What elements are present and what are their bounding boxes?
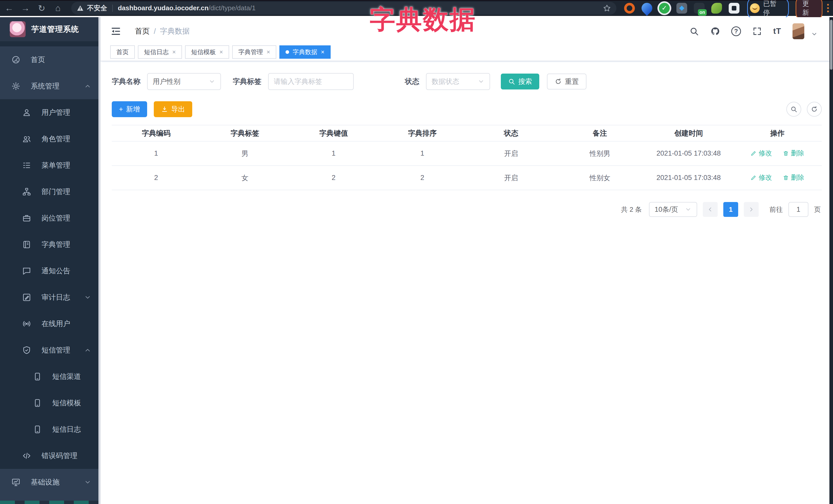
close-icon[interactable]: × [321,48,325,56]
sidebar-bottom-scroll-strip[interactable] [0,501,98,504]
goto-page-input[interactable] [788,202,808,217]
sidebar-item-label: 首页 [31,55,45,65]
status-select[interactable]: 数据状态 [426,73,490,90]
sidebar-item-online-users[interactable]: 在线用户 [0,310,100,337]
hamburger-icon[interactable] [110,26,121,37]
sidebar-logo-row[interactable]: 芋道管理系统 [0,17,100,41]
url-host: dashboard.yudao.iocoder.cn [118,4,209,12]
prev-page-button[interactable] [703,202,718,217]
font-size-icon[interactable]: tT [773,27,781,36]
sidebar-item-error-code-management[interactable]: 错误码管理 [0,442,100,469]
sidebar-item-dict-management[interactable]: 字典管理 [0,231,100,258]
tab-sms-log[interactable]: 短信日志 × [138,45,182,59]
delete-label: 删除 [791,149,804,158]
sidebar-scrollbar[interactable] [98,17,100,504]
sidebar-item-infrastructure[interactable]: 基础设施 [0,469,100,495]
add-button[interactable]: + 新增 [112,101,147,117]
sidebar-item-label: 岗位管理 [42,213,70,223]
user-avatar[interactable] [792,23,804,39]
tab-dict-data[interactable]: 字典数据 × [279,45,331,59]
page-scrollbar-thumb[interactable] [830,20,832,70]
page-scrollbar[interactable] [829,17,833,504]
cell-remark: 性别女 [555,166,644,190]
chevron-down-icon [84,479,91,486]
close-icon[interactable]: × [172,48,176,56]
cell-created: 2021-01-05 17:03:48 [644,141,733,166]
browser-profile-chip[interactable]: 已暂停 [747,0,789,20]
extension-on-badge-icon[interactable]: on [694,3,705,14]
browser-reload-button[interactable]: ↻ [34,1,49,16]
sidebar-item-sms-management[interactable]: 短信管理 [0,337,100,363]
close-icon[interactable]: × [266,48,270,56]
edit-label: 修改 [759,149,772,158]
fullscreen-icon[interactable] [752,26,762,36]
url-path: /dict/type/data/1 [209,4,256,12]
sidebar-item-home[interactable]: 首页 [0,46,100,73]
sidebar-item-system-management[interactable]: 系统管理 [0,73,100,99]
reset-button[interactable]: 重置 [547,74,587,90]
edit-link[interactable]: 修改 [751,149,772,158]
extension-orange-icon[interactable] [624,3,635,14]
update-label: 更新 [803,0,815,17]
help-icon[interactable]: ? [731,26,741,36]
org-tree-icon [22,187,31,196]
extension-blue-drop-icon[interactable] [639,1,654,16]
refresh-table-button[interactable] [807,102,822,117]
tab-dict-management[interactable]: 字典管理 × [232,45,276,59]
bookmark-star-button[interactable] [602,4,611,13]
tab-home[interactable]: 首页 [110,45,135,59]
sidebar-item-audit-log[interactable]: 审计日志 [0,284,100,310]
delete-link[interactable]: 删除 [783,149,804,158]
sidebar-item-sms-channel[interactable]: 短信渠道 [0,363,100,390]
browser-home-button[interactable]: ⌂ [51,1,65,16]
cell-dict-value: 2 [289,166,378,190]
sidebar-item-sms-log[interactable]: 短信日志 [0,416,100,442]
close-icon[interactable]: × [219,48,223,56]
chevron-down-icon[interactable] [811,31,818,38]
address-bar[interactable]: 不安全 dashboard.yudao.iocoder.cn/dict/type… [71,2,616,15]
sidebar-item-notice-announcement[interactable]: 通知公告 [0,258,100,284]
pagination: 共 2 条 10条/页 1 前往 页 [100,202,821,217]
sidebar-item-user-management[interactable]: 用户管理 [0,99,100,126]
search-button[interactable]: 搜索 [501,74,539,90]
delete-link[interactable]: 删除 [783,173,804,182]
tab-sms-template[interactable]: 短信模板 × [185,45,229,59]
sidebar-item-sms-template[interactable]: 短信模板 [0,390,100,416]
browser-menu-button[interactable] [827,4,829,12]
tab-label: 短信日志 [144,48,169,56]
page-size-select[interactable]: 10条/页 [649,202,697,217]
table-toolbar: + 新增 导出 [112,101,822,117]
sidebar-item-menu-management[interactable]: 菜单管理 [0,152,100,178]
sidebar-item-dept-management[interactable]: 部门管理 [0,178,100,205]
breadcrumb-home-link[interactable]: 首页 [135,26,150,37]
check-icon: ✓ [662,4,667,12]
sidebar-item-label: 菜单管理 [42,161,70,170]
security-chip[interactable]: 不安全 [76,4,107,13]
message-bubble-icon [22,266,31,275]
table-row: 1 男 1 1 开启 性别男 2021-01-05 17:03:48 修改 [112,141,822,166]
export-button[interactable]: 导出 [154,101,192,117]
browser-back-button[interactable]: ← [2,1,16,16]
extensions-puzzle-icon[interactable] [729,3,739,14]
sidebar: 芋道管理系统 首页 系统管理 用户管理 角色管理 菜单管理 [0,17,100,504]
page-number-button[interactable]: 1 [723,202,738,217]
table-tools [786,102,822,117]
extension-gray-diamond-icon[interactable] [676,3,687,14]
browser-update-button[interactable]: 更新 [795,0,823,20]
sidebar-item-label: 短信日志 [52,425,81,434]
sidebar-item-role-management[interactable]: 角色管理 [0,126,100,152]
dict-name-select[interactable]: 用户性别 [147,73,221,90]
breadcrumb-separator: / [154,27,156,35]
sidebar-item-post-management[interactable]: 岗位管理 [0,205,100,231]
edit-link[interactable]: 修改 [751,173,772,182]
search-icon[interactable] [689,26,699,36]
github-icon[interactable] [710,26,720,36]
pencil-icon [751,150,757,157]
next-page-button[interactable] [744,202,759,217]
col-dict-sort: 字典排序 [378,125,467,141]
extension-green-leaf-icon[interactable] [711,3,722,14]
dict-label-input[interactable] [268,73,354,90]
toggle-search-button[interactable] [786,102,801,117]
extension-green-check-icon[interactable]: ✓ [659,3,670,14]
browser-forward-button[interactable]: → [18,1,32,16]
